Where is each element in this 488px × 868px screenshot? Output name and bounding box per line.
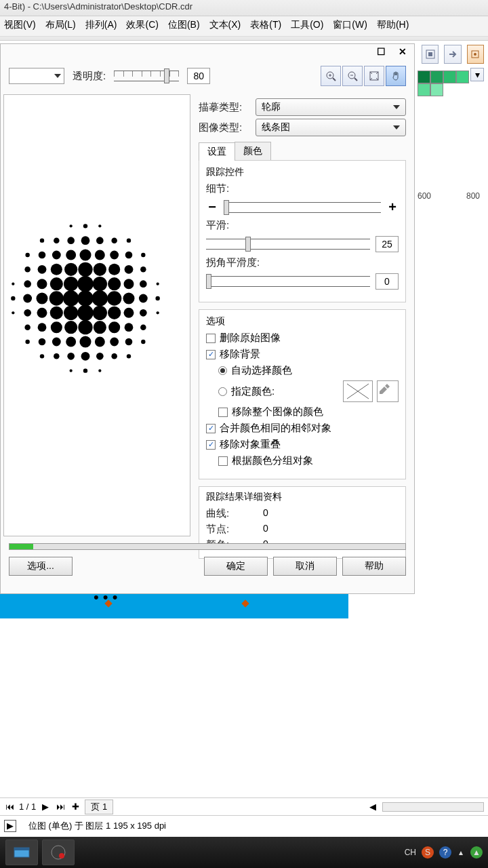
detail-slider[interactable] — [224, 202, 381, 213]
nav-next-icon[interactable]: ▶ — [40, 802, 51, 812]
smooth-value[interactable]: 25 — [375, 236, 399, 252]
opacity-slider[interactable] — [114, 71, 179, 81]
taskbar-app1[interactable] — [5, 840, 38, 865]
svg-point-54 — [110, 251, 119, 260]
preview-panel[interactable] — [3, 94, 190, 536]
svg-rect-1 — [428, 52, 432, 56]
dock-macro-icon[interactable] — [467, 45, 484, 64]
svg-point-79 — [54, 353, 60, 359]
zoom-in-icon[interactable] — [321, 66, 341, 86]
menu-help[interactable]: 帮助(H) — [377, 19, 409, 33]
eyedropper-icon[interactable] — [377, 380, 399, 402]
color-palette[interactable] — [418, 71, 470, 96]
svg-point-67 — [24, 309, 31, 317]
menubar: 视图(V) 布局(L) 排列(A) 效果(C) 位图(B) 文本(X) 表格(T… — [0, 16, 488, 37]
svg-point-55 — [52, 338, 61, 347]
dock-plugin-icon[interactable] — [422, 45, 439, 64]
page-tab[interactable]: 页 1 — [85, 800, 113, 814]
menu-text[interactable]: 文本(X) — [209, 19, 241, 33]
chk-remove-overlap[interactable]: ✓ — [206, 440, 216, 450]
menu-view[interactable]: 视图(V) — [4, 19, 36, 33]
svg-point-72 — [96, 353, 104, 360]
svg-point-76 — [140, 324, 146, 330]
svg-point-52 — [125, 323, 134, 332]
chk-group-by-color[interactable] — [218, 456, 228, 466]
zoom-out-icon[interactable] — [342, 66, 363, 86]
ok-button[interactable]: 确定 — [204, 557, 268, 576]
tray-help-icon[interactable]: ? — [439, 846, 451, 859]
dock-dropdown-icon[interactable]: ▾ — [470, 68, 484, 81]
tray-shield-icon[interactable]: ▲ — [470, 846, 483, 859]
preview-mode-select[interactable] — [9, 68, 64, 84]
smooth-slider[interactable] — [206, 239, 370, 250]
tab-settings[interactable]: 设置 — [199, 142, 235, 161]
menu-arrange[interactable]: 排列(A) — [85, 19, 117, 33]
corner-slider[interactable] — [206, 276, 370, 287]
rad-spec-color[interactable] — [218, 387, 227, 396]
rad-auto-color[interactable] — [218, 366, 227, 375]
svg-point-64 — [125, 338, 133, 346]
color-swatch-none[interactable] — [343, 380, 373, 402]
detail-plus-icon[interactable]: + — [386, 199, 399, 215]
svg-point-17 — [64, 277, 78, 291]
svg-point-81 — [25, 253, 29, 257]
nav-last-icon[interactable]: ⏭ — [55, 802, 66, 812]
page-index: 1 / 1 — [19, 802, 36, 812]
svg-point-91 — [83, 224, 87, 228]
close-icon[interactable]: ✕ — [396, 45, 409, 58]
tray-expand-icon[interactable]: ▴ — [457, 846, 465, 859]
play-icon[interactable]: ▶ — [4, 820, 16, 832]
pan-hand-icon[interactable] — [386, 66, 406, 86]
menu-layout[interactable]: 布局(L) — [45, 19, 76, 33]
chk-merge-adjacent[interactable]: ✓ — [206, 424, 216, 433]
progress-bar — [9, 543, 406, 550]
results-title: 跟踪结果详细资料 — [206, 491, 399, 503]
chk-remove-bg[interactable]: ✓ — [206, 350, 216, 359]
svg-point-19 — [64, 306, 78, 320]
trace-type-select[interactable]: 轮廓 — [256, 98, 406, 116]
canvas-selection[interactable] — [0, 594, 348, 618]
svg-point-28 — [108, 307, 121, 319]
scroll-left-icon[interactable]: ◀ — [367, 802, 378, 812]
menu-effects[interactable]: 效果(C) — [126, 19, 158, 33]
lbl-group-by-color: 根据颜色分组对象 — [232, 454, 313, 467]
opacity-value[interactable]: 80 — [187, 68, 210, 84]
detail-minus-icon[interactable]: − — [206, 199, 218, 215]
svg-point-94 — [157, 283, 159, 285]
svg-point-41 — [37, 279, 47, 289]
menu-window[interactable]: 窗口(W) — [333, 19, 367, 33]
dock-export-icon[interactable] — [444, 45, 461, 64]
taskbar-app2[interactable] — [42, 840, 75, 865]
maximize-icon[interactable]: ☐ — [375, 45, 387, 58]
image-type-select[interactable]: 线条图 — [256, 119, 406, 136]
tray-lang[interactable]: CH — [405, 848, 416, 857]
help-button[interactable]: 帮助 — [342, 557, 406, 576]
nav-first-icon[interactable]: ⏮ — [4, 802, 15, 812]
svg-point-71 — [67, 353, 75, 360]
cancel-button[interactable]: 取消 — [273, 557, 337, 576]
smooth-label: 平滑: — [206, 219, 399, 232]
chk-delete-original[interactable] — [206, 334, 216, 343]
svg-point-87 — [40, 354, 44, 358]
menu-table[interactable]: 表格(T) — [250, 19, 281, 33]
trace-dialog: ☐ ✕ 透明度: 80 — [0, 43, 415, 594]
svg-point-31 — [64, 321, 77, 334]
menu-tools[interactable]: 工具(O) — [291, 19, 323, 33]
lbl-auto-color: 自动选择颜色 — [231, 364, 292, 377]
trace-controls-title: 跟踪控件 — [206, 166, 399, 178]
corner-value[interactable]: 0 — [375, 273, 399, 290]
add-page-icon[interactable]: ✚ — [70, 802, 81, 812]
svg-point-50 — [125, 265, 134, 274]
options-button[interactable]: 选项... — [9, 557, 73, 576]
svg-point-42 — [124, 279, 134, 289]
svg-point-26 — [108, 277, 121, 290]
trace-type-label: 描摹类型: — [199, 101, 256, 114]
svg-point-43 — [37, 308, 47, 318]
tray-sogou-icon[interactable]: S — [422, 846, 434, 859]
tab-color[interactable]: 颜色 — [235, 142, 271, 160]
chk-remove-whole[interactable] — [218, 408, 228, 417]
svg-point-40 — [79, 336, 91, 347]
zoom-fit-icon[interactable] — [364, 66, 384, 86]
svg-point-37 — [36, 292, 47, 304]
menu-bitmap[interactable]: 位图(B) — [168, 19, 200, 33]
